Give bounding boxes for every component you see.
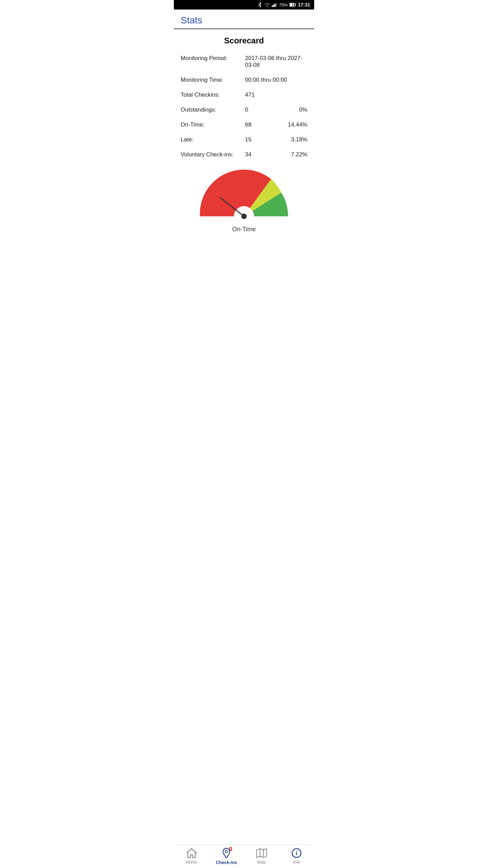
stat-percent: 14.44% [288, 121, 307, 128]
stat-row: On-Time:6814.44% [181, 117, 307, 132]
stat-label: Voluntary Check-ins: [181, 151, 245, 158]
battery-percent: 75% [279, 2, 288, 7]
bluetooth-icon [258, 2, 262, 8]
svg-rect-0 [272, 5, 273, 7]
battery-icon [289, 3, 296, 7]
stat-value: 68 [245, 121, 272, 128]
stat-label: On-Time: [181, 121, 245, 128]
stat-row: Total Checkins:471 [181, 87, 307, 102]
status-icons: 75% 17:31 [258, 2, 310, 8]
stat-value: 471 [245, 92, 272, 98]
wifi-icon [264, 2, 270, 7]
stat-rows: Monitoring Period:2017-03-06 thru 2027-0… [181, 51, 307, 162]
header: Stats [174, 9, 314, 29]
stat-row: Outstandings:00% [181, 102, 307, 117]
stat-value: 34 [245, 151, 272, 158]
signal-icon [272, 2, 277, 7]
stat-percent: 7.22% [291, 151, 307, 158]
stat-label: Monitoring Time: [181, 77, 245, 83]
stat-label: Total Checkins: [181, 92, 245, 98]
stat-label: Monitoring Period: [181, 55, 245, 62]
gauge-container: On-Time [181, 162, 307, 236]
stat-value: 2017-03-06 thru 2027-03-08 [245, 55, 307, 68]
stat-percent: 3.18% [291, 136, 307, 143]
stat-row: Voluntary Check-ins:347.22% [181, 147, 307, 162]
stat-label: Late: [181, 136, 245, 143]
svg-point-10 [241, 214, 247, 219]
svg-rect-2 [274, 4, 276, 7]
stat-row: Monitoring Period:2017-03-06 thru 2027-0… [181, 51, 307, 73]
gauge-label: On-Time [232, 226, 256, 233]
scorecard-title: Scorecard [181, 29, 307, 51]
time-display: 17:31 [298, 2, 310, 7]
stat-label: Outstandings: [181, 106, 245, 113]
main-content: Scorecard Monitoring Period:2017-03-06 t… [174, 29, 314, 263]
page-title: Stats [181, 15, 307, 26]
stat-value: 15 [245, 136, 272, 143]
stat-row: Monitoring Time:00:00 thru 00:00 [181, 73, 307, 87]
stat-value: 0 [245, 106, 272, 113]
svg-rect-3 [276, 3, 277, 7]
stat-percent: 0% [299, 106, 307, 113]
svg-rect-6 [290, 3, 294, 6]
stat-value: 00:00 thru 00:00 [245, 77, 287, 83]
svg-rect-1 [273, 4, 274, 7]
svg-rect-5 [295, 4, 296, 6]
status-bar: 75% 17:31 [174, 0, 314, 9]
gauge-chart [193, 169, 295, 223]
stat-row: Late:153.18% [181, 132, 307, 147]
